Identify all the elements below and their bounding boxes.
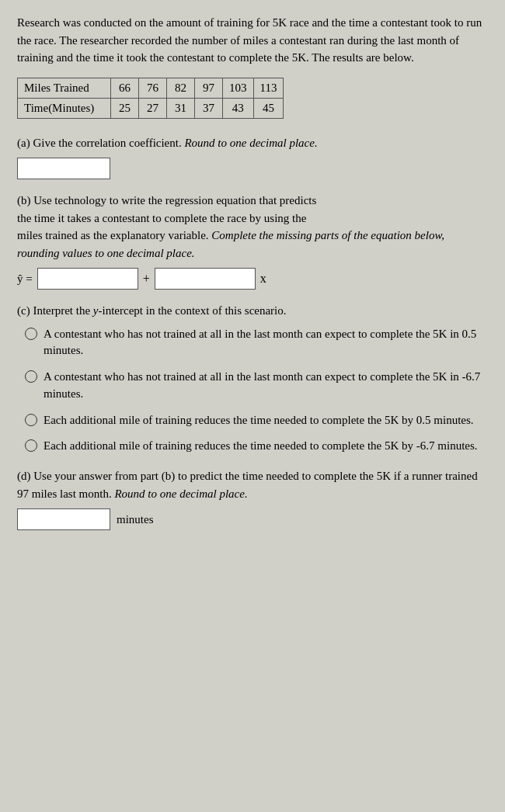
row1-val5: 103 bbox=[223, 78, 254, 98]
row2-val2: 27 bbox=[139, 98, 167, 118]
row1-val4: 97 bbox=[195, 78, 223, 98]
row1-val2: 76 bbox=[139, 78, 167, 98]
row2-val1: 25 bbox=[111, 98, 139, 118]
part-a: (a) Give the correlation coefficient. Ro… bbox=[17, 134, 488, 180]
part-c: (c) Interpret the y-intercept in the con… bbox=[17, 302, 488, 455]
part-c-label: (c) Interpret the y-intercept in the con… bbox=[17, 302, 488, 320]
row1-val6: 113 bbox=[253, 78, 284, 98]
radio-option-2[interactable]: A contestant who has not trained at all … bbox=[17, 369, 488, 403]
minutes-label: minutes bbox=[117, 513, 154, 526]
row1-header: Miles Trained bbox=[18, 78, 111, 98]
part-d-label: (d) Use your answer from part (b) to pre… bbox=[17, 467, 488, 502]
row2-val3: 31 bbox=[167, 98, 195, 118]
y-variable: y bbox=[93, 304, 99, 317]
radio-text-2: A contestant who has not trained at all … bbox=[44, 369, 488, 403]
equation-row: ŷ = + x bbox=[17, 268, 488, 290]
part-a-label: (a) Give the correlation coefficient. Ro… bbox=[17, 134, 488, 152]
x-label: x bbox=[260, 272, 266, 286]
radio-circle-1[interactable] bbox=[25, 328, 37, 340]
row2-val5: 43 bbox=[223, 98, 254, 118]
part-b-slope-input[interactable] bbox=[155, 268, 256, 290]
radio-option-1[interactable]: A contestant who has not trained at all … bbox=[17, 326, 488, 360]
part-d-answer-input[interactable] bbox=[17, 508, 110, 530]
part-b: (b) Use technology to write the regressi… bbox=[17, 192, 488, 290]
y-hat-label: ŷ = bbox=[17, 272, 33, 286]
intro-text: Research was conducted on the amount of … bbox=[17, 14, 488, 67]
row1-val3: 82 bbox=[167, 78, 195, 98]
radio-circle-4[interactable] bbox=[25, 439, 37, 452]
radio-text-4: Each additional mile of training reduces… bbox=[44, 438, 488, 455]
part-b-label: (b) Use technology to write the regressi… bbox=[17, 192, 488, 262]
row2-val4: 37 bbox=[195, 98, 223, 118]
row2-val6: 45 bbox=[253, 98, 284, 118]
radio-option-4[interactable]: Each additional mile of training reduces… bbox=[17, 438, 488, 455]
plus-sign: + bbox=[143, 272, 150, 286]
part-d-answer-row: minutes bbox=[17, 508, 488, 530]
radio-text-1: A contestant who has not trained at all … bbox=[44, 326, 488, 360]
row2-header: Time(Minutes) bbox=[18, 98, 111, 118]
radio-option-3[interactable]: Each additional mile of training reduces… bbox=[17, 412, 488, 429]
part-b-intercept-input[interactable] bbox=[37, 268, 138, 290]
radio-text-3: Each additional mile of training reduces… bbox=[44, 412, 488, 429]
part-a-answer-input[interactable] bbox=[17, 158, 110, 179]
radio-circle-3[interactable] bbox=[25, 414, 37, 426]
radio-circle-2[interactable] bbox=[25, 370, 37, 383]
data-table: Miles Trained 66 76 82 97 103 113 Time(M… bbox=[17, 78, 284, 119]
part-d: (d) Use your answer from part (b) to pre… bbox=[17, 467, 488, 530]
row1-val1: 66 bbox=[111, 78, 139, 98]
